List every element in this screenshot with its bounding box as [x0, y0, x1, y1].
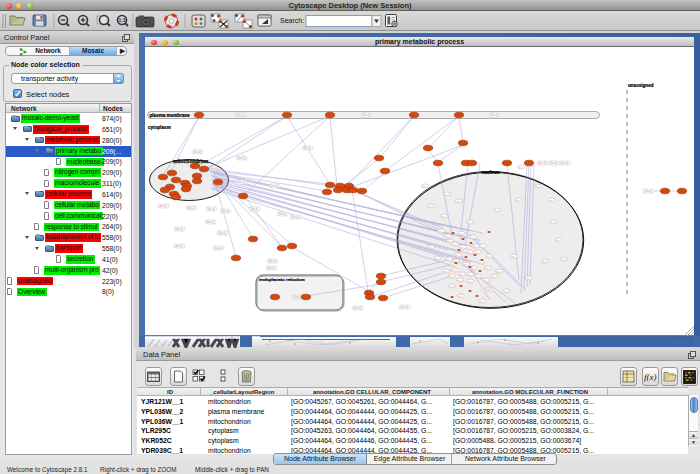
svg-text:endoplasmic reticulum: endoplasmic reticulum [259, 277, 305, 282]
svg-text:(lb): (lb) [452, 269, 455, 271]
svg-text:(lb): (lb) [470, 236, 473, 238]
svg-text:(loc-a): (loc-a) [401, 305, 408, 309]
svg-text:(loc-a): (loc-a) [215, 246, 222, 250]
svg-text:(lb): (lb) [459, 273, 462, 275]
svg-text:(loc-a): (loc-a) [561, 161, 568, 165]
svg-text:(lb): (lb) [475, 275, 478, 277]
svg-text:(loc-a): (loc-a) [251, 207, 258, 211]
svg-text:(lb): (lb) [478, 261, 481, 263]
svg-text:(loc-a): (loc-a) [550, 161, 557, 165]
svg-text:(loc-a): (loc-a) [208, 207, 215, 211]
svg-text:(lb): (lb) [458, 295, 461, 297]
svg-text:cytoplasm: cytoplasm [148, 125, 171, 130]
svg-text:(lb): (lb) [494, 209, 497, 211]
svg-text:(lb): (lb) [449, 285, 452, 287]
svg-text:(lb): (lb) [467, 221, 470, 223]
svg-text:unassigned: unassigned [628, 83, 654, 88]
svg-text:(lb): (lb) [550, 221, 553, 223]
svg-text:(lb): (lb) [444, 193, 447, 195]
svg-text:(lb): (lb) [516, 199, 519, 201]
svg-text:(lb): (lb) [449, 275, 452, 277]
svg-text:(loc-a): (loc-a) [271, 184, 278, 188]
svg-text:plasma membrane: plasma membrane [150, 113, 191, 118]
svg-text:(lb): (lb) [556, 239, 559, 241]
svg-text:(lb): (lb) [471, 267, 474, 269]
svg-text:(lb): (lb) [496, 270, 499, 272]
svg-text:(loc-a): (loc-a) [238, 180, 245, 184]
svg-text:(loc-a): (loc-a) [294, 295, 301, 299]
svg-text:(loc-a): (loc-a) [484, 288, 491, 292]
svg-text:(lb): (lb) [511, 255, 514, 257]
svg-text:(loc-a): (loc-a) [188, 206, 195, 210]
svg-text:(lb): (lb) [491, 275, 494, 277]
svg-text:(loc-a): (loc-a) [194, 150, 201, 154]
svg-text:(lb): (lb) [549, 199, 552, 201]
svg-text:(lb): (lb) [455, 254, 458, 256]
svg-text:(loc-a): (loc-a) [160, 204, 167, 208]
svg-text:(loc-a): (loc-a) [304, 146, 311, 150]
svg-text:(loc-a): (loc-a) [268, 266, 275, 270]
svg-text:(lb): (lb) [428, 246, 431, 248]
svg-text:(lb): (lb) [518, 166, 521, 168]
svg-text:(loc-a): (loc-a) [645, 189, 652, 193]
svg-text:(lb): (lb) [479, 300, 482, 302]
svg-text:(loc-a): (loc-a) [176, 244, 183, 248]
svg-text:(lb): (lb) [486, 255, 489, 257]
svg-text:(lb): (lb) [447, 240, 450, 242]
svg-text:(lb): (lb) [445, 235, 448, 237]
svg-text:(lb): (lb) [467, 251, 470, 253]
svg-text:nucleus: nucleus [482, 170, 500, 175]
svg-text:f(x): f(x) [644, 372, 657, 382]
svg-text:(loc-a): (loc-a) [279, 212, 286, 216]
svg-text:(lb): (lb) [453, 260, 456, 262]
svg-text:(lb): (lb) [542, 260, 545, 262]
svg-text:(lb): (lb) [438, 230, 441, 232]
svg-text:(lb): (lb) [473, 245, 476, 247]
svg-text:(lb): (lb) [561, 258, 564, 260]
svg-text:(lb): (lb) [458, 232, 461, 234]
svg-text:(loc-a): (loc-a) [207, 220, 214, 224]
svg-text:(lb): (lb) [441, 215, 444, 217]
svg-text:(lb): (lb) [526, 277, 529, 279]
svg-text:(loc-a): (loc-a) [363, 113, 370, 117]
svg-text:(lb): (lb) [467, 273, 470, 275]
svg-text:(lb): (lb) [460, 246, 463, 248]
svg-text:(lb): (lb) [485, 267, 488, 269]
svg-text:(lb): (lb) [480, 245, 483, 247]
svg-text:(lb): (lb) [443, 270, 446, 272]
svg-text:(lb): (lb) [457, 279, 460, 281]
svg-text:(loc-a): (loc-a) [354, 306, 361, 310]
svg-text:(loc-a): (loc-a) [237, 113, 244, 117]
svg-text:(loc-a): (loc-a) [238, 156, 245, 160]
svg-text:(lb): (lb) [422, 185, 425, 187]
svg-text:(loc-a): (loc-a) [219, 231, 226, 235]
svg-text:(loc-a): (loc-a) [491, 113, 498, 117]
svg-text:(lb): (lb) [483, 279, 486, 281]
svg-text:(lb): (lb) [452, 243, 455, 245]
svg-text:(loc-a): (loc-a) [539, 161, 546, 165]
svg-text:Search:: Search: [280, 17, 304, 24]
svg-text:(lb): (lb) [463, 263, 466, 265]
svg-text:(lb): (lb) [456, 200, 459, 202]
svg-text:(loc-a): (loc-a) [269, 259, 276, 263]
svg-text:(lb): (lb) [434, 257, 437, 259]
svg-text:(loc-a): (loc-a) [222, 209, 229, 213]
svg-text:(lb): (lb) [503, 290, 506, 292]
svg-text:(lb): (lb) [475, 251, 478, 253]
svg-text:(lb): (lb) [467, 280, 470, 282]
svg-text:(loc-a): (loc-a) [292, 215, 299, 219]
svg-text:mitochondrion: mitochondrion [173, 158, 208, 164]
svg-text:1:1: 1:1 [118, 17, 125, 23]
svg-text:(lb): (lb) [535, 185, 538, 187]
svg-text:(lb): (lb) [428, 205, 431, 207]
svg-text:(lb): (lb) [446, 258, 449, 260]
svg-text:(loc-a): (loc-a) [176, 227, 183, 231]
